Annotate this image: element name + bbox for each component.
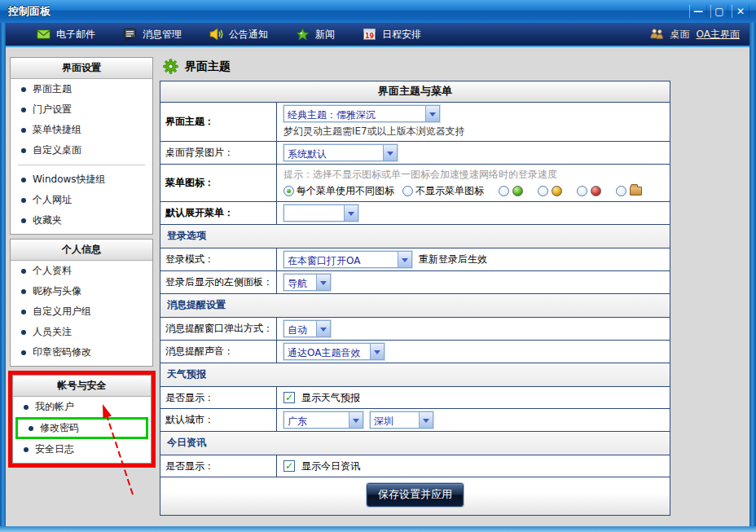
sidebar-item-menu-shortcut-group[interactable]: 菜单快捷组 [11, 120, 152, 140]
toolbar-item-schedule[interactable]: 19 日程安排 [363, 28, 421, 42]
city-select[interactable]: 深圳 [370, 411, 433, 429]
sidebar-item-custom-desktop[interactable]: 自定义桌面 [11, 140, 152, 160]
bullet-icon [24, 447, 29, 452]
save-apply-button[interactable]: 保存设置并应用 [367, 483, 464, 507]
oa-home-link[interactable]: OA主界面 [697, 28, 740, 42]
radio-red-orb[interactable] [577, 186, 587, 196]
close-icon[interactable]: ✕ [732, 5, 749, 18]
sidebar-section-title: 帐号与安全 [13, 376, 151, 397]
mail-icon [37, 28, 51, 41]
toolbar-item-news[interactable]: 新闻 [296, 28, 335, 42]
field-control: 显示今日资讯 [277, 455, 670, 477]
news-icon [296, 28, 310, 41]
toolbar-right: 桌面 OA主界面 [650, 28, 740, 42]
field-label: 登录后显示的左侧面板： [160, 271, 277, 293]
theme-select[interactable]: 经典主题：儒雅深沉 [284, 105, 440, 122]
bullet-icon [21, 269, 26, 274]
toolbar-item-label: 消息管理 [143, 28, 182, 42]
toolbar-item-email[interactable]: 电子邮件 [37, 28, 95, 42]
folder-icon [630, 187, 642, 196]
toolbar-item-messages[interactable]: 消息管理 [123, 28, 182, 42]
news-show-checkbox[interactable] [284, 460, 295, 472]
checkbox-label: 显示今日资讯 [301, 459, 360, 473]
field-control: 通达OA主题音效 [277, 341, 670, 363]
sidebar-item-label: 修改密码 [40, 421, 79, 435]
row-weather-show: 是否显示： 显示天气预报 [160, 386, 670, 408]
field-control: 提示：选择不显示图标或单一图标会加速慢速网络时的登录速度 每个菜单使用不同图标 … [277, 165, 670, 201]
sidebar-item-people-follow[interactable]: 人员关注 [11, 322, 152, 342]
select-value: 深圳 [371, 412, 419, 428]
sidebar-item-label: 个人网址 [33, 193, 72, 207]
bullet-icon [21, 128, 26, 133]
sidebar-section-personal-info: 个人信息 个人资料 昵称与头像 自定义用户组 人员关注 印章密码修改 [10, 239, 153, 367]
section-weather: 天气预报 [160, 363, 670, 386]
sidebar-item-label: 昵称与头像 [33, 284, 81, 298]
table-header: 界面主题与菜单 [160, 81, 670, 102]
radio-no-menu-icon[interactable] [402, 186, 413, 196]
control-panel-window: 控制面板 — ▢ ✕ 电子邮件 消息管理 公告通知 新闻 [0, 0, 756, 532]
maximize-icon[interactable]: ▢ [710, 5, 728, 18]
sidebar-item-change-password[interactable]: 修改密码 [18, 420, 146, 437]
section-login-options: 登录选项 [160, 224, 670, 248]
login-mode-select[interactable]: 在本窗口打开OA [284, 251, 412, 268]
chevron-down-icon [349, 412, 363, 428]
row-msg-popup: 消息提醒窗口弹出方式： 自动 [160, 317, 670, 340]
msg-popup-select[interactable]: 自动 [284, 320, 331, 337]
bullet-icon [29, 426, 33, 431]
sidebar-item-favorites[interactable]: 收藏夹 [11, 210, 152, 231]
radio-label: 每个菜单使用不同图标 [297, 184, 394, 198]
bullet-icon [24, 405, 29, 410]
radio-each-menu-icon[interactable] [284, 186, 294, 196]
people-icon [650, 28, 664, 41]
section-title: 消息提醒设置 [160, 294, 670, 317]
wallpaper-select[interactable]: 系统默认 [284, 144, 398, 161]
sidebar-item-personal-urls[interactable]: 个人网址 [11, 190, 152, 210]
field-label: 菜单图标： [160, 165, 277, 201]
sidebar-item-portal-settings[interactable]: 门户设置 [11, 99, 152, 120]
minimize-icon[interactable]: — [689, 5, 707, 18]
titlebar: 控制面板 — ▢ ✕ [0, 0, 756, 23]
sidebar-item-label: 界面主题 [33, 82, 72, 96]
sidebar-item-windows-shortcut-group[interactable]: Windows快捷组 [11, 169, 152, 190]
msg-sound-select[interactable]: 通达OA主题音效 [284, 343, 385, 360]
sidebar-item-personal-profile[interactable]: 个人资料 [11, 261, 152, 281]
field-label: 默认展开菜单： [160, 202, 277, 224]
province-select[interactable]: 广东 [284, 411, 363, 429]
sidebar-item-nickname-avatar[interactable]: 昵称与头像 [11, 281, 152, 301]
content-area: 界面设置 界面主题 门户设置 菜单快捷组 自定义桌面 Windows快捷组 个人… [6, 49, 749, 526]
desktop-link[interactable]: 桌面 [670, 28, 690, 42]
sidebar-item-seal-password[interactable]: 印章密码修改 [11, 342, 152, 363]
sidebar-item-label: 自定义桌面 [33, 143, 81, 157]
radio-green-orb[interactable] [499, 186, 509, 196]
sidebar-item-label: 自定义用户组 [33, 305, 91, 319]
sidebar-item-custom-user-group[interactable]: 自定义用户组 [11, 301, 152, 322]
bullet-icon [21, 87, 26, 92]
toolbar: 电子邮件 消息管理 公告通知 新闻 19 日程安排 桌面 OA主界面 [6, 23, 749, 47]
sidebar-item-label: 我的帐户 [35, 400, 74, 414]
field-label: 消息提醒声音： [160, 341, 277, 363]
chevron-down-icon [425, 106, 439, 121]
bullet-icon [21, 289, 26, 294]
sidebar-item-label: 印章密码修改 [33, 345, 91, 359]
radio-folder-icon[interactable] [616, 186, 626, 196]
sidebar-item-security-log[interactable]: 安全日志 [13, 439, 151, 459]
theme-note: 梦幻灵动主题需IE7或以上版本浏览器支持 [284, 125, 465, 138]
sidebar-item-label: 菜单快捷组 [33, 123, 81, 137]
default-menu-select[interactable] [284, 204, 358, 222]
section-today-news: 今日资讯 [160, 431, 670, 455]
left-panel-select[interactable]: 导航 [284, 274, 331, 291]
field-control: 经典主题：儒雅深沉 梦幻灵动主题需IE7或以上版本浏览器支持 [277, 103, 670, 141]
sidebar-item-interface-theme[interactable]: 界面主题 [11, 79, 152, 99]
settings-table: 界面主题与菜单 界面主题： 经典主题：儒雅深沉 梦幻灵动主题需IE7或以上版本浏… [160, 81, 670, 516]
row-save: 保存设置并应用 [160, 477, 670, 515]
sidebar-item-my-account[interactable]: 我的帐户 [13, 397, 151, 417]
toolbar-item-announcements[interactable]: 公告通知 [209, 28, 268, 42]
change-password-highlight-box: 修改密码 [15, 417, 148, 439]
section-title: 登录选项 [160, 225, 670, 248]
sidebar-item-label: 安全日志 [35, 442, 74, 456]
radio-yellow-orb[interactable] [538, 186, 548, 196]
sidebar-item-label: 个人资料 [33, 264, 72, 278]
checkbox-label: 显示天气预报 [301, 391, 360, 405]
weather-show-checkbox[interactable] [284, 392, 295, 403]
announcement-icon [209, 28, 223, 41]
